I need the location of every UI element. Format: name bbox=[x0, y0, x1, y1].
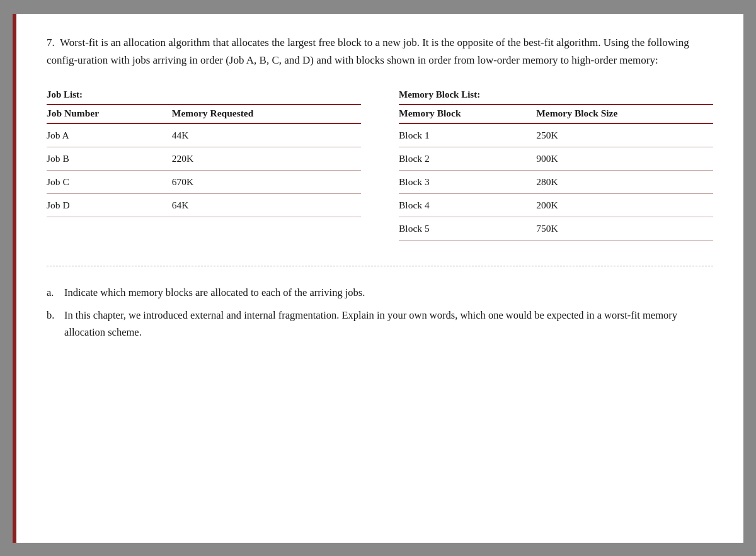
job-list-table: Job Number Memory Requested Job A44KJob … bbox=[47, 104, 361, 217]
table-cell: 200K bbox=[536, 193, 713, 217]
table-row: Block 2900K bbox=[399, 147, 713, 170]
answer-b: b. In this chapter, we introduced extern… bbox=[47, 307, 713, 341]
table-cell: Block 4 bbox=[399, 193, 536, 217]
job-list-title: Job List: bbox=[47, 89, 361, 100]
table-cell: 280K bbox=[536, 170, 713, 193]
table-cell: Job B bbox=[47, 147, 172, 170]
question-number: 7. bbox=[47, 37, 55, 48]
memory-requested-header: Memory Requested bbox=[172, 105, 361, 123]
answer-b-label: b. bbox=[47, 307, 59, 324]
answer-a-label: a. bbox=[47, 284, 59, 302]
table-row: Block 3280K bbox=[399, 170, 713, 193]
table-row: Job B220K bbox=[47, 147, 361, 170]
divider bbox=[47, 266, 713, 266]
job-number-header: Job Number bbox=[47, 105, 172, 123]
table-row: Job D64K bbox=[47, 193, 361, 217]
table-cell: Job A bbox=[47, 123, 172, 147]
table-cell: 250K bbox=[536, 123, 713, 147]
table-row: Job A44K bbox=[47, 123, 361, 147]
page: 7. Worst-fit is an allocation algorithm … bbox=[13, 14, 743, 543]
memory-block-header-row: Memory Block Memory Block Size bbox=[399, 105, 713, 123]
table-cell: 900K bbox=[536, 147, 713, 170]
table-row: Job C670K bbox=[47, 170, 361, 193]
answers-section: a. Indicate which memory blocks are allo… bbox=[47, 284, 713, 341]
table-cell: Block 1 bbox=[399, 123, 536, 147]
memory-block-list-container: Memory Block List: Memory Block Memory B… bbox=[399, 89, 713, 241]
question-paragraph: 7. Worst-fit is an allocation algorithm … bbox=[47, 34, 713, 69]
table-cell: 64K bbox=[172, 193, 361, 217]
table-cell: 750K bbox=[536, 217, 713, 240]
table-cell: Block 5 bbox=[399, 217, 536, 240]
question-body: Worst-fit is an allocation algorithm tha… bbox=[47, 37, 689, 66]
memory-block-list-title: Memory Block List: bbox=[399, 89, 713, 100]
table-cell: 44K bbox=[172, 123, 361, 147]
table-cell: Job C bbox=[47, 170, 172, 193]
job-list-header-row: Job Number Memory Requested bbox=[47, 105, 361, 123]
answer-a-text: Indicate which memory blocks are allocat… bbox=[64, 284, 713, 301]
table-cell: 220K bbox=[172, 147, 361, 170]
table-cell: Block 3 bbox=[399, 170, 536, 193]
tables-section: Job List: Job Number Memory Requested Jo… bbox=[47, 89, 713, 241]
memory-block-size-header: Memory Block Size bbox=[536, 105, 713, 123]
memory-block-list-table: Memory Block Memory Block Size Block 125… bbox=[399, 104, 713, 241]
table-row: Block 1250K bbox=[399, 123, 713, 147]
memory-block-header: Memory Block bbox=[399, 105, 536, 123]
table-cell: 670K bbox=[172, 170, 361, 193]
table-cell: Block 2 bbox=[399, 147, 536, 170]
table-row: Block 5750K bbox=[399, 217, 713, 240]
job-list-container: Job List: Job Number Memory Requested Jo… bbox=[47, 89, 361, 241]
table-row: Block 4200K bbox=[399, 193, 713, 217]
answer-a: a. Indicate which memory blocks are allo… bbox=[47, 284, 713, 302]
table-cell: Job D bbox=[47, 193, 172, 217]
answer-b-text: In this chapter, we introduced external … bbox=[64, 307, 713, 341]
